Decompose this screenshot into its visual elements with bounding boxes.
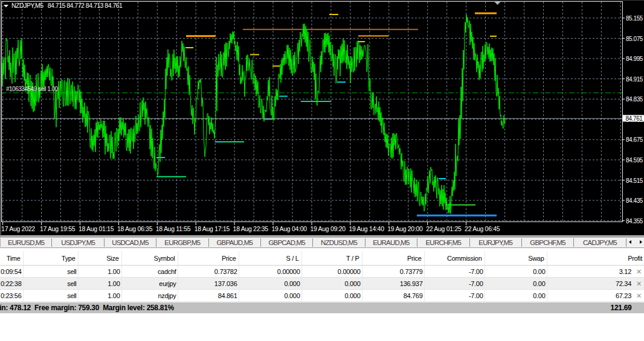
svg-text:19 Aug 20:00: 19 Aug 20:00 [387, 225, 423, 232]
svg-text:84.595: 84.595 [626, 157, 643, 164]
svg-text:84.355: 84.355 [626, 218, 643, 225]
svg-text:84.761: 84.761 [626, 115, 643, 122]
svg-text:85.075: 85.075 [626, 36, 643, 42]
svg-text:84.435: 84.435 [626, 197, 643, 204]
svg-text:22 Aug 06:45: 22 Aug 06:45 [465, 225, 500, 232]
svg-text:18 Aug 06:35: 18 Aug 06:35 [117, 225, 153, 232]
svg-text:18 Aug 11:55: 18 Aug 11:55 [156, 225, 191, 232]
svg-text:19 Aug 04:00: 19 Aug 04:00 [272, 225, 308, 232]
svg-text:19 Aug 09:20: 19 Aug 09:20 [311, 225, 346, 232]
svg-text:18 Aug 17:15: 18 Aug 17:15 [195, 225, 230, 232]
svg-text:18 Aug 01:15: 18 Aug 01:15 [79, 225, 114, 232]
svg-text:#106334549 sell 1.00: #106334549 sell 1.00 [6, 86, 59, 92]
svg-text:22 Aug 01:25: 22 Aug 01:25 [426, 225, 462, 232]
svg-text:NZDJPY,M5 84.715 84.772 84.7: NZDJPY,M5 84.715 84.772 84.713 84.761 [11, 2, 123, 9]
svg-text:84.835: 84.835 [626, 96, 643, 103]
svg-text:19 Aug 14:40: 19 Aug 14:40 [349, 225, 384, 232]
svg-text:17 Aug 2022: 17 Aug 2022 [1, 225, 35, 232]
svg-text:17 Aug 19:55: 17 Aug 19:55 [40, 225, 76, 232]
svg-text:85.155: 85.155 [626, 15, 643, 22]
svg-text:84.675: 84.675 [626, 136, 643, 143]
svg-text:18 Aug 22:35: 18 Aug 22:35 [233, 225, 269, 232]
svg-text:84.915: 84.915 [626, 76, 643, 83]
svg-text:84.515: 84.515 [626, 177, 643, 184]
svg-text:84.995: 84.995 [626, 56, 643, 62]
